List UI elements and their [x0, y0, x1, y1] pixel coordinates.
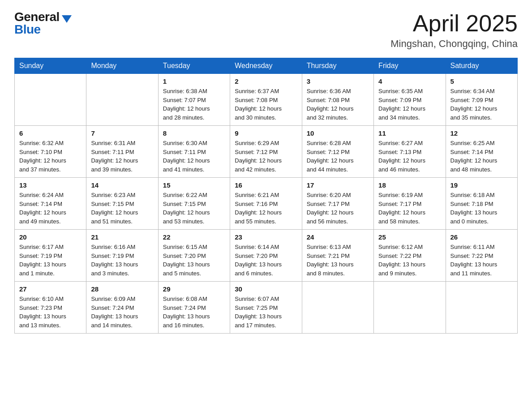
- day-info: Sunrise: 6:09 AM Sunset: 7:24 PM Dayligh…: [91, 295, 153, 330]
- calendar-cell: 4Sunrise: 6:35 AM Sunset: 7:09 PM Daylig…: [374, 74, 446, 126]
- weekday-header-monday: Monday: [86, 58, 158, 74]
- calendar-cell: 25Sunrise: 6:12 AM Sunset: 7:22 PM Dayli…: [374, 230, 446, 282]
- day-info: Sunrise: 6:29 AM Sunset: 7:12 PM Dayligh…: [235, 139, 297, 174]
- day-info: Sunrise: 6:15 AM Sunset: 7:20 PM Dayligh…: [163, 243, 225, 278]
- month-title: April 2025: [390, 11, 518, 36]
- day-info: Sunrise: 6:12 AM Sunset: 7:22 PM Dayligh…: [378, 243, 441, 278]
- day-info: Sunrise: 6:17 AM Sunset: 7:19 PM Dayligh…: [19, 243, 82, 278]
- day-number: 5: [450, 77, 513, 85]
- calendar-cell: 14Sunrise: 6:23 AM Sunset: 7:15 PM Dayli…: [86, 178, 158, 230]
- day-number: 1: [163, 77, 225, 85]
- day-info: Sunrise: 6:08 AM Sunset: 7:24 PM Dayligh…: [163, 295, 225, 330]
- day-number: 6: [19, 129, 82, 137]
- day-number: 13: [19, 181, 82, 189]
- calendar-cell: 8Sunrise: 6:30 AM Sunset: 7:11 PM Daylig…: [158, 126, 230, 178]
- day-number: 16: [235, 181, 297, 189]
- day-info: Sunrise: 6:36 AM Sunset: 7:08 PM Dayligh…: [307, 87, 369, 122]
- calendar-cell: 24Sunrise: 6:13 AM Sunset: 7:21 PM Dayli…: [302, 230, 373, 282]
- logo-general-text: General: [14, 11, 60, 23]
- calendar-week-row: 27Sunrise: 6:10 AM Sunset: 7:23 PM Dayli…: [15, 282, 518, 334]
- page-header: General Blue April 2025 Mingshan, Chongq…: [14, 11, 518, 50]
- calendar-cell: 23Sunrise: 6:14 AM Sunset: 7:20 PM Dayli…: [230, 230, 302, 282]
- calendar-cell: [446, 282, 517, 334]
- day-info: Sunrise: 6:31 AM Sunset: 7:11 PM Dayligh…: [91, 139, 153, 174]
- title-block: April 2025 Mingshan, Chongqing, China: [390, 11, 518, 50]
- day-number: 8: [163, 129, 225, 137]
- location-title: Mingshan, Chongqing, China: [390, 38, 518, 50]
- calendar-cell: 30Sunrise: 6:07 AM Sunset: 7:25 PM Dayli…: [230, 282, 302, 334]
- calendar-cell: 18Sunrise: 6:19 AM Sunset: 7:17 PM Dayli…: [374, 178, 446, 230]
- day-number: 28: [91, 285, 153, 293]
- weekday-header-saturday: Saturday: [446, 58, 517, 74]
- calendar-cell: [15, 74, 86, 126]
- day-info: Sunrise: 6:35 AM Sunset: 7:09 PM Dayligh…: [378, 87, 441, 122]
- day-number: 26: [450, 233, 513, 241]
- day-number: 27: [19, 285, 82, 293]
- day-info: Sunrise: 6:34 AM Sunset: 7:09 PM Dayligh…: [450, 87, 513, 122]
- calendar-table: SundayMondayTuesdayWednesdayThursdayFrid…: [14, 58, 518, 334]
- day-info: Sunrise: 6:30 AM Sunset: 7:11 PM Dayligh…: [163, 139, 225, 174]
- calendar-cell: 12Sunrise: 6:25 AM Sunset: 7:14 PM Dayli…: [446, 126, 517, 178]
- day-info: Sunrise: 6:27 AM Sunset: 7:13 PM Dayligh…: [378, 139, 441, 174]
- weekday-header-friday: Friday: [374, 58, 446, 74]
- day-info: Sunrise: 6:22 AM Sunset: 7:15 PM Dayligh…: [163, 191, 225, 226]
- calendar-cell: 2Sunrise: 6:37 AM Sunset: 7:08 PM Daylig…: [230, 74, 302, 126]
- day-number: 30: [235, 285, 297, 293]
- calendar-cell: 26Sunrise: 6:11 AM Sunset: 7:22 PM Dayli…: [446, 230, 517, 282]
- calendar-cell: 19Sunrise: 6:18 AM Sunset: 7:18 PM Dayli…: [446, 178, 517, 230]
- day-info: Sunrise: 6:32 AM Sunset: 7:10 PM Dayligh…: [19, 139, 82, 174]
- weekday-header-sunday: Sunday: [15, 58, 86, 74]
- calendar-cell: [302, 282, 373, 334]
- day-number: 20: [19, 233, 82, 241]
- day-info: Sunrise: 6:11 AM Sunset: 7:22 PM Dayligh…: [450, 243, 513, 278]
- calendar-cell: 10Sunrise: 6:28 AM Sunset: 7:12 PM Dayli…: [302, 126, 373, 178]
- day-number: 22: [163, 233, 225, 241]
- calendar-cell: 13Sunrise: 6:24 AM Sunset: 7:14 PM Dayli…: [15, 178, 86, 230]
- calendar-cell: [86, 74, 158, 126]
- weekday-header-wednesday: Wednesday: [230, 58, 302, 74]
- logo-triangle-icon: [62, 15, 72, 23]
- calendar-week-row: 1Sunrise: 6:38 AM Sunset: 7:07 PM Daylig…: [15, 74, 518, 126]
- day-info: Sunrise: 6:23 AM Sunset: 7:15 PM Dayligh…: [91, 191, 153, 226]
- day-info: Sunrise: 6:07 AM Sunset: 7:25 PM Dayligh…: [235, 295, 297, 330]
- day-info: Sunrise: 6:14 AM Sunset: 7:20 PM Dayligh…: [235, 243, 297, 278]
- calendar-cell: 5Sunrise: 6:34 AM Sunset: 7:09 PM Daylig…: [446, 74, 517, 126]
- logo-blue-text: Blue: [14, 23, 41, 36]
- day-number: 3: [307, 77, 369, 85]
- day-number: 25: [378, 233, 441, 241]
- calendar-cell: 15Sunrise: 6:22 AM Sunset: 7:15 PM Dayli…: [158, 178, 230, 230]
- day-info: Sunrise: 6:25 AM Sunset: 7:14 PM Dayligh…: [450, 139, 513, 174]
- calendar-cell: 22Sunrise: 6:15 AM Sunset: 7:20 PM Dayli…: [158, 230, 230, 282]
- calendar-cell: 16Sunrise: 6:21 AM Sunset: 7:16 PM Dayli…: [230, 178, 302, 230]
- calendar-cell: 17Sunrise: 6:20 AM Sunset: 7:17 PM Dayli…: [302, 178, 373, 230]
- weekday-header-thursday: Thursday: [302, 58, 373, 74]
- calendar-cell: 9Sunrise: 6:29 AM Sunset: 7:12 PM Daylig…: [230, 126, 302, 178]
- day-number: 11: [378, 129, 441, 137]
- calendar-cell: 7Sunrise: 6:31 AM Sunset: 7:11 PM Daylig…: [86, 126, 158, 178]
- day-number: 18: [378, 181, 441, 189]
- calendar-cell: 21Sunrise: 6:16 AM Sunset: 7:19 PM Dayli…: [86, 230, 158, 282]
- day-number: 17: [307, 181, 369, 189]
- day-info: Sunrise: 6:16 AM Sunset: 7:19 PM Dayligh…: [91, 243, 153, 278]
- day-number: 19: [450, 181, 513, 189]
- weekday-header-tuesday: Tuesday: [158, 58, 230, 74]
- calendar-cell: 3Sunrise: 6:36 AM Sunset: 7:08 PM Daylig…: [302, 74, 373, 126]
- calendar-cell: 29Sunrise: 6:08 AM Sunset: 7:24 PM Dayli…: [158, 282, 230, 334]
- day-number: 10: [307, 129, 369, 137]
- day-number: 7: [91, 129, 153, 137]
- day-number: 21: [91, 233, 153, 241]
- calendar-week-row: 20Sunrise: 6:17 AM Sunset: 7:19 PM Dayli…: [15, 230, 518, 282]
- calendar-cell: 6Sunrise: 6:32 AM Sunset: 7:10 PM Daylig…: [15, 126, 86, 178]
- logo: General Blue: [14, 11, 72, 36]
- calendar-cell: 11Sunrise: 6:27 AM Sunset: 7:13 PM Dayli…: [374, 126, 446, 178]
- day-number: 14: [91, 181, 153, 189]
- day-info: Sunrise: 6:21 AM Sunset: 7:16 PM Dayligh…: [235, 191, 297, 226]
- day-info: Sunrise: 6:20 AM Sunset: 7:17 PM Dayligh…: [307, 191, 369, 226]
- calendar-cell: [374, 282, 446, 334]
- calendar-header-row: SundayMondayTuesdayWednesdayThursdayFrid…: [15, 58, 518, 74]
- day-number: 12: [450, 129, 513, 137]
- day-info: Sunrise: 6:10 AM Sunset: 7:23 PM Dayligh…: [19, 295, 82, 330]
- calendar-cell: 1Sunrise: 6:38 AM Sunset: 7:07 PM Daylig…: [158, 74, 230, 126]
- day-number: 24: [307, 233, 369, 241]
- calendar-cell: 28Sunrise: 6:09 AM Sunset: 7:24 PM Dayli…: [86, 282, 158, 334]
